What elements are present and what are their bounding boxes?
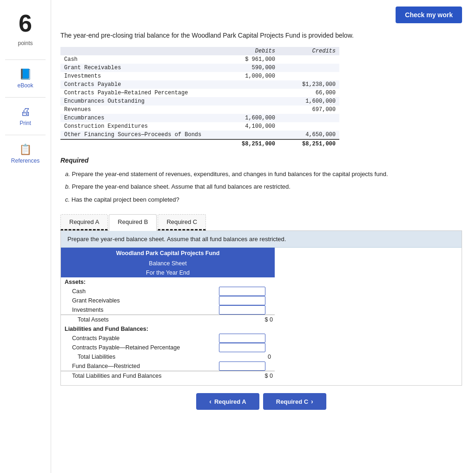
total-assets-cell: $ 0 [219,315,275,325]
ebook-label: eBook [17,82,33,89]
investments-input[interactable] [219,305,265,315]
tab-required-b[interactable]: Required B [109,214,157,231]
contracts-payable-input[interactable] [219,334,265,343]
total-lb-value: 0 [270,373,273,379]
investments-label: Investments [61,305,219,315]
contracts-payable-retained-row: Contracts Payable—Retained Percentage [61,343,275,352]
check-work-button[interactable]: Check my work [396,7,462,23]
balance-sheet-wrapper: Woodland Park Capital Projects Fund Bala… [61,248,462,385]
contracts-payable-label: Contracts Payable [61,334,219,343]
tabs-container: Required A Required B Required C Prepare… [60,214,462,386]
fund-balance-row: Fund Balance—Restricted [61,361,275,371]
question-text: The year-end pre-closing trial balance f… [60,31,462,40]
total-lb-dollar: $ [265,373,268,379]
bs-subtitle: Balance Sheet [61,259,275,268]
tab-required-c[interactable]: Required C [158,214,206,230]
bottom-nav: ‹ Required A Required C › [60,386,462,414]
cash-input[interactable] [219,287,265,296]
header-row: Check my work [60,7,462,23]
total-lb-cell: $ 0 [219,371,275,381]
liabilities-label: Liabilities and Fund Balances: [61,324,219,334]
required-list: a. Prepare the year-end statement of rev… [65,169,462,205]
total-assets-label: Total Assets [61,315,219,325]
print-icon: 🖨 [20,106,31,118]
trial-balance-table: Debits Credits Cash$ 961,000Grant Receiv… [60,47,339,148]
print-label: Print [20,120,31,126]
ebook-button[interactable]: 📘 eBook [0,64,51,93]
total-assets-row: Total Assets $ 0 [61,315,275,325]
contracts-payable-retained-input[interactable] [219,343,265,352]
col-debits: Debits [218,47,279,55]
points-label: points [18,40,33,46]
grant-receivables-label: Grant Receivables [61,296,219,305]
required-heading: Required [60,157,462,164]
tab-instructions: Prepare the year-end balance sheet. Assu… [61,231,462,248]
bs-title: Woodland Park Capital Projects Fund [61,248,275,259]
contracts-payable-row: Contracts Payable [61,334,275,343]
references-label: References [11,158,40,164]
fund-balance-label: Fund Balance—Restricted [61,361,219,371]
question-number: 6 [19,5,32,40]
references-button[interactable]: 📋 References [0,139,51,169]
tabs-row: Required A Required B Required C [60,214,462,231]
required-item-a: a. Prepare the year-end statement of rev… [65,169,462,179]
prev-arrow-icon: ‹ [209,398,212,405]
print-button[interactable]: 🖨 Print [0,101,51,131]
cash-input-cell [219,287,275,296]
total-assets-value: 0 [270,316,273,323]
bs-period: For the Year End [61,268,275,277]
assets-section-header: Assets: [61,277,275,287]
total-lb-label: Total Liabilities and Fund Balances [61,371,219,381]
next-arrow-icon: › [311,398,313,405]
next-nav-label: Required C [276,398,308,405]
ebook-icon: 📘 [19,68,32,80]
total-assets-dollar: $ [265,316,268,323]
total-lb-row: Total Liabilities and Fund Balances $ 0 [61,371,275,381]
total-liabilities-value: 0 [219,352,275,361]
tab-required-a[interactable]: Required A [60,214,108,230]
grant-receivables-input[interactable] [219,296,265,305]
total-liabilities-label: Total Liabilities [61,352,219,361]
cash-label: Cash [61,287,219,296]
prev-nav-button[interactable]: ‹ Required A [196,393,259,410]
tab-content: Prepare the year-end balance sheet. Assu… [60,231,462,386]
required-item-b: b. Prepare the year-end balance sheet. A… [65,181,462,192]
references-icon: 📋 [19,144,32,156]
liabilities-section-header: Liabilities and Fund Balances: [61,324,275,334]
investments-row: Investments [61,305,275,315]
grant-receivables-row: Grant Receivables [61,296,275,305]
required-item-c: c. Has the capital project been complete… [65,194,462,205]
next-nav-button[interactable]: Required C › [263,393,326,410]
prev-nav-label: Required A [214,398,246,405]
fund-balance-input[interactable] [219,361,265,371]
col-credits: Credits [279,47,339,55]
cash-row: Cash [61,287,275,296]
total-liabilities-row: Total Liabilities 0 [61,352,275,361]
contracts-payable-retained-label: Contracts Payable—Retained Percentage [61,343,219,352]
balance-sheet-table: Woodland Park Capital Projects Fund Bala… [61,248,275,381]
